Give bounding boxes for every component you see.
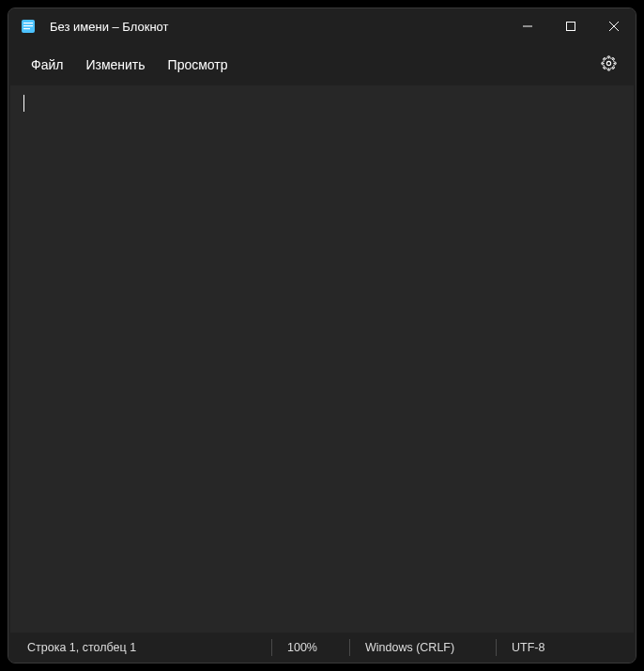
menu-file[interactable]: Файл bbox=[20, 52, 74, 78]
svg-rect-3 bbox=[23, 28, 30, 29]
window-title: Без имени – Блокнот bbox=[50, 20, 506, 34]
text-editor[interactable] bbox=[10, 85, 634, 633]
settings-button[interactable] bbox=[592, 49, 624, 81]
gear-icon bbox=[601, 55, 617, 74]
menu-edit[interactable]: Изменить bbox=[74, 52, 156, 78]
menu-view[interactable]: Просмотр bbox=[157, 52, 239, 78]
svg-rect-1 bbox=[23, 23, 33, 23]
status-zoom[interactable]: 100% bbox=[272, 633, 349, 663]
status-encoding: UTF-8 bbox=[497, 633, 636, 663]
status-position: Строка 1, столбец 1 bbox=[8, 633, 271, 663]
close-button[interactable] bbox=[592, 8, 636, 44]
notepad-icon bbox=[20, 18, 37, 35]
titlebar[interactable]: Без имени – Блокнот bbox=[8, 8, 636, 44]
text-cursor bbox=[23, 95, 24, 112]
svg-point-5 bbox=[606, 61, 610, 65]
status-line-ending: Windows (CRLF) bbox=[350, 633, 496, 663]
notepad-window: Без имени – Блокнот Файл Изменить Просмо… bbox=[8, 8, 636, 663]
statusbar: Строка 1, столбец 1 100% Windows (CRLF) … bbox=[8, 633, 636, 663]
svg-rect-4 bbox=[567, 23, 575, 31]
maximize-button[interactable] bbox=[549, 8, 592, 44]
menubar: Файл Изменить Просмотр bbox=[8, 44, 636, 85]
minimize-button[interactable] bbox=[506, 8, 549, 44]
svg-rect-2 bbox=[23, 25, 33, 26]
window-controls bbox=[506, 8, 636, 44]
